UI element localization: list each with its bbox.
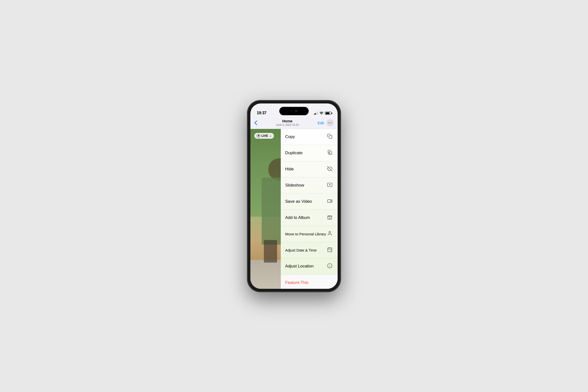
island-sensor xyxy=(291,110,293,112)
nav-title: Home xyxy=(276,119,299,123)
adjust-location-icon xyxy=(326,263,333,270)
svg-point-15 xyxy=(329,231,330,233)
svg-point-12 xyxy=(328,216,329,216)
signal-bars-icon xyxy=(314,112,318,115)
menu-item-slideshow-label: Slideshow xyxy=(285,183,304,188)
menu-item-copy-label: Copy xyxy=(285,134,295,139)
svg-rect-16 xyxy=(328,248,332,252)
menu-item-hide-label: Hide xyxy=(285,167,294,172)
svg-point-0 xyxy=(328,122,329,123)
menu-item-slideshow[interactable]: Slideshow xyxy=(281,178,338,194)
copy-icon xyxy=(326,134,333,140)
menu-item-adjust-date-time[interactable]: Adjust Date & Time xyxy=(281,242,338,258)
battery-icon xyxy=(325,112,331,115)
wifi-icon xyxy=(319,111,323,115)
menu-item-adjust-location[interactable]: Adjust Location xyxy=(281,258,338,274)
signal-bar-3 xyxy=(316,112,317,115)
live-chevron-icon: ⌄ xyxy=(270,134,272,137)
personal-library-icon xyxy=(326,231,333,237)
menu-item-save-as-video[interactable]: Save as Video xyxy=(281,194,338,210)
context-menu: Copy Duplicate xyxy=(281,129,338,289)
duplicate-icon xyxy=(326,150,333,156)
hide-icon xyxy=(326,166,333,172)
menu-item-move-to-personal-library-label: Move to Personal Library xyxy=(285,232,326,236)
save-as-video-icon xyxy=(326,198,333,205)
dynamic-island xyxy=(279,107,309,115)
status-time: 19:37 xyxy=(257,111,266,115)
svg-rect-3 xyxy=(329,136,332,138)
adjust-date-time-icon xyxy=(326,247,333,254)
menu-item-move-to-personal-library[interactable]: Move to Personal Library xyxy=(281,226,338,242)
svg-point-1 xyxy=(330,122,330,123)
menu-item-add-to-album[interactable]: Add to Album xyxy=(281,210,338,226)
live-label: LIVE xyxy=(262,134,268,138)
svg-point-24 xyxy=(330,266,330,267)
signal-bar-4 xyxy=(317,112,318,115)
menu-item-duplicate[interactable]: Duplicate xyxy=(281,145,338,161)
phone-frame: 19:37 xyxy=(248,100,340,292)
more-button[interactable] xyxy=(326,119,334,126)
menu-item-feature-this-label: Feature This xyxy=(285,280,308,285)
menu-item-duplicate-label: Duplicate xyxy=(285,150,302,156)
svg-rect-10 xyxy=(327,200,331,202)
signal-bar-2 xyxy=(315,113,316,115)
nav-actions: Edit xyxy=(317,119,334,126)
menu-item-adjust-location-label: Adjust Location xyxy=(285,264,313,269)
phone-screen: 19:37 xyxy=(250,104,338,289)
menu-item-hide[interactable]: Hide xyxy=(281,161,338,178)
scene: 19:37 xyxy=(221,98,367,294)
menu-item-feature-this[interactable]: Feature This xyxy=(281,274,338,289)
menu-item-save-as-video-label: Save as Video xyxy=(285,199,312,204)
menu-item-copy[interactable]: Copy xyxy=(281,129,338,145)
edit-button[interactable]: Edit xyxy=(317,121,324,125)
back-button[interactable] xyxy=(254,120,257,125)
slideshow-icon xyxy=(326,182,333,189)
battery-fill xyxy=(326,112,330,114)
live-badge[interactable]: LIVE ⌄ xyxy=(254,133,274,139)
nav-subtitle: June 3, 2022 15:41 xyxy=(276,123,299,126)
svg-point-2 xyxy=(331,122,332,123)
live-dot-icon xyxy=(257,134,260,138)
nav-center: Home June 3, 2022 15:41 xyxy=(276,119,299,126)
status-icons xyxy=(314,111,331,115)
menu-item-adjust-date-time-label: Adjust Date & Time xyxy=(285,248,316,252)
photo-area: LIVE ⌄ Copy xyxy=(250,129,338,289)
signal-bar-1 xyxy=(314,114,315,115)
add-to-album-icon xyxy=(326,214,333,221)
menu-item-add-to-album-label: Add to Album xyxy=(285,215,310,220)
svg-marker-9 xyxy=(329,184,331,186)
island-camera xyxy=(295,110,297,112)
nav-bar: Home June 3, 2022 15:41 Edit xyxy=(250,117,338,129)
